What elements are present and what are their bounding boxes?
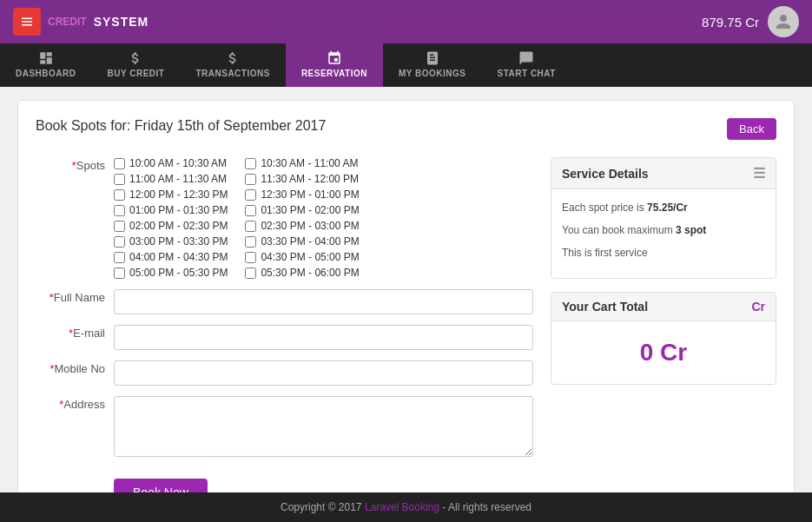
price-value: 75.25/Cr [647, 202, 688, 214]
card-header: Book Spots for: Friday 15th of September… [36, 118, 776, 140]
spot-item: 12:30 PM - 01:00 PM [245, 188, 359, 201]
spot-checkbox[interactable] [114, 252, 125, 263]
cart-header: Your Cart Total Cr [551, 293, 776, 321]
inner-layout: *Spots 10:00 AM - 10:30 AM11:00 AM - 11:… [36, 157, 776, 517]
cart-card: Your Cart Total Cr 0 Cr [551, 292, 776, 385]
nav-my-bookings-label: MY BOOKINGS [399, 69, 466, 78]
email-input[interactable] [114, 325, 533, 350]
nav-reservation[interactable]: RESERVATION [286, 43, 383, 87]
spot-item: 01:00 PM - 01:30 PM [114, 204, 228, 216]
mobile-input[interactable] [114, 360, 533, 386]
spots-col-1: 10:00 AM - 10:30 AM11:00 AM - 11:30 AM12… [114, 157, 228, 279]
spot-label: 10:00 AM - 10:30 AM [129, 157, 227, 169]
spot-checkbox[interactable] [245, 252, 256, 263]
spot-label: 02:00 PM - 02:30 PM [129, 220, 228, 232]
footer-copyright: Copyright © 2017 [281, 501, 362, 513]
nav-my-bookings[interactable]: MY BOOKINGS [383, 43, 482, 87]
mobile-field-wrap [114, 360, 533, 386]
spot-item: 03:00 PM - 03:30 PM [114, 235, 228, 248]
spot-label: 02:30 PM - 03:00 PM [261, 220, 359, 232]
spot-label: 01:30 PM - 02:00 PM [261, 204, 359, 216]
spot-item: 02:30 PM - 03:00 PM [245, 220, 359, 232]
mobile-row: *Mobile No [36, 360, 533, 386]
footer: Copyright © 2017 Laravel Booking - All r… [0, 492, 812, 522]
nav-start-chat[interactable]: START CHAT [482, 43, 571, 87]
header: CREDIT SYSTEM 879.75 Cr [0, 0, 812, 43]
spot-label: 05:30 PM - 06:00 PM [261, 267, 359, 279]
spot-checkbox[interactable] [245, 221, 256, 232]
spot-checkbox[interactable] [114, 189, 125, 201]
header-left: CREDIT SYSTEM [13, 8, 149, 36]
credit-label: CREDIT [48, 16, 87, 28]
spot-checkbox[interactable] [114, 174, 125, 185]
spot-item: 10:30 AM - 11:00 AM [245, 157, 359, 169]
spot-label: 04:30 PM - 05:00 PM [261, 251, 359, 263]
spot-label: 03:00 PM - 03:30 PM [129, 235, 228, 248]
email-label: *E-mail [36, 325, 114, 350]
address-field-wrap [114, 396, 533, 459]
nav-bar: DASHBOARD BUY CREDIT TRANSACTIONS RESERV… [0, 43, 812, 87]
spots-field: 10:00 AM - 10:30 AM11:00 AM - 11:30 AM12… [114, 157, 533, 279]
spot-label: 11:30 AM - 12:00 PM [261, 173, 359, 185]
nav-dashboard[interactable]: DASHBOARD [0, 43, 92, 87]
spot-item: 05:30 PM - 06:00 PM [245, 267, 359, 279]
spot-checkbox[interactable] [114, 158, 125, 169]
back-button[interactable]: Back [727, 118, 776, 140]
spot-checkbox[interactable] [114, 221, 125, 232]
spots-grid: 10:00 AM - 10:30 AM11:00 AM - 11:30 AM12… [114, 157, 533, 279]
cart-unit-label: Cr [751, 300, 765, 314]
hamburger-icon: ☰ [753, 165, 765, 182]
nav-buy-credit-label: BUY CREDIT [108, 69, 165, 78]
full-name-row: *Full Name [36, 289, 533, 314]
nav-start-chat-label: START CHAT [498, 69, 556, 78]
spot-checkbox[interactable] [245, 189, 256, 201]
spot-item: 01:30 PM - 02:00 PM [245, 204, 359, 216]
full-name-input[interactable] [114, 289, 533, 314]
email-row: *E-mail [36, 325, 533, 350]
spots-col-2: 10:30 AM - 11:00 AM11:30 AM - 12:00 PM12… [245, 157, 359, 279]
spot-price-text: Each spot price is 75.25/Cr [562, 200, 765, 215]
service-details-title: Service Details [562, 167, 649, 181]
spot-label: 04:00 PM - 04:30 PM [129, 251, 228, 263]
service-note: This is first service [562, 245, 765, 261]
nav-transactions-label: TRANSACTIONS [195, 69, 269, 78]
main-card: Book Spots for: Friday 15th of September… [17, 100, 795, 522]
form-section: *Spots 10:00 AM - 10:30 AM11:00 AM - 11:… [36, 157, 533, 517]
footer-suffix: - All rights reserved [442, 501, 531, 513]
nav-buy-credit[interactable]: BUY CREDIT [92, 43, 181, 87]
spot-label: 03:30 PM - 04:00 PM [261, 235, 359, 248]
nav-dashboard-label: DASHBOARD [16, 69, 76, 78]
max-spot-text: You can book maximum 3 spot [562, 222, 765, 238]
spot-checkbox[interactable] [245, 268, 256, 279]
spots-label: *Spots [36, 157, 114, 279]
sidebar-section: Service Details ☰ Each spot price is 75.… [551, 157, 776, 517]
system-name: SYSTEM [94, 15, 149, 29]
spot-checkbox[interactable] [245, 205, 256, 216]
service-details-header: Service Details ☰ [551, 158, 776, 189]
full-name-field [114, 289, 533, 314]
page-content: Book Spots for: Friday 15th of September… [0, 87, 812, 522]
spot-item: 02:00 PM - 02:30 PM [114, 220, 228, 232]
spot-checkbox[interactable] [245, 236, 256, 248]
spot-label: 01:00 PM - 01:30 PM [129, 204, 228, 216]
spot-item: 10:00 AM - 10:30 AM [114, 157, 228, 169]
spots-row: *Spots 10:00 AM - 10:30 AM11:00 AM - 11:… [36, 157, 533, 279]
footer-brand[interactable]: Laravel Booking [365, 501, 439, 513]
spot-checkbox[interactable] [114, 268, 125, 279]
spot-checkbox[interactable] [245, 158, 256, 169]
address-row: *Address [36, 396, 533, 459]
spot-checkbox[interactable] [114, 205, 125, 216]
spot-checkbox[interactable] [245, 174, 256, 185]
nav-transactions[interactable]: TRANSACTIONS [180, 43, 285, 87]
service-details-card: Service Details ☰ Each spot price is 75.… [551, 157, 776, 279]
spot-item: 05:00 PM - 05:30 PM [114, 267, 228, 279]
service-details-body: Each spot price is 75.25/Cr You can book… [551, 189, 776, 278]
address-label: *Address [36, 396, 114, 459]
spot-checkbox[interactable] [114, 236, 125, 248]
address-input[interactable] [114, 396, 533, 457]
spot-item: 11:30 AM - 12:00 PM [245, 173, 359, 185]
spot-item: 03:30 PM - 04:00 PM [245, 235, 359, 248]
spot-label: 05:00 PM - 05:30 PM [129, 267, 228, 279]
nav-reservation-label: RESERVATION [301, 69, 367, 78]
avatar[interactable] [768, 6, 799, 37]
